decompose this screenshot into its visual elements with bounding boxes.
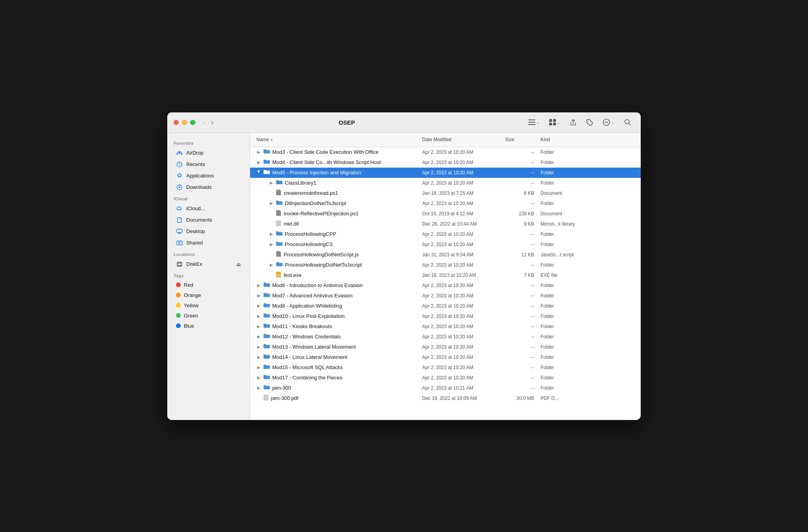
file-type-icon (276, 261, 282, 268)
file-kind: Folder (541, 170, 634, 175)
sidebar-item-downloads[interactable]: Downloads (170, 182, 247, 193)
table-row[interactable]: ▶ Mod13 - Windows Lateral Movement Apr 2… (250, 342, 641, 352)
sidebar-item-red[interactable]: Red (170, 280, 247, 290)
table-row[interactable]: ▶ Mod10 - Linux Post-Exploitation Apr 2,… (250, 311, 641, 321)
name-column-header[interactable]: Name ▾ (256, 137, 422, 142)
sidebar-item-blue[interactable]: Blue (170, 321, 247, 331)
sidebar-item-orange[interactable]: Orange (170, 290, 247, 300)
share-button[interactable] (567, 117, 580, 127)
sidebar-item-yellow[interactable]: Yellow (170, 301, 247, 310)
recents-label: Recents (186, 161, 205, 167)
table-row[interactable]: createremotethread.ps1 Jan 18, 2023 at 7… (250, 188, 641, 198)
downloads-icon (176, 184, 183, 191)
file-date: Apr 2, 2023 at 10:20 AM (422, 293, 505, 299)
eject-button[interactable]: ⏏ (236, 261, 241, 267)
file-size: -- (505, 324, 541, 329)
sidebar-item-icloud[interactable]: iCloud... (170, 203, 247, 214)
red-label: Red (184, 282, 193, 288)
expand-arrow[interactable]: ▶ (256, 304, 261, 308)
file-name-cell: ▶ ClassLibrary1 (269, 179, 422, 186)
expand-arrow[interactable]: ▶ (256, 355, 261, 360)
sidebar-item-recents[interactable]: Recents (170, 159, 247, 170)
table-row[interactable]: ▶ Mod15 - Microsoft SQL Attacks Apr 2, 2… (250, 362, 641, 373)
table-row[interactable]: ▶ Mod3 - Client Side Code Execution With… (250, 147, 641, 157)
sidebar-item-green[interactable]: Green (170, 311, 247, 321)
expand-arrow[interactable]: ▶ (256, 160, 261, 165)
table-row[interactable]: ▶ pen-300 Apr 2, 2023 at 10:21 AM -- Fol… (250, 383, 641, 393)
file-date: Apr 2, 2023 at 10:20 AM (422, 262, 505, 268)
sidebar-item-diskex[interactable]: DiskEx ⏏ (170, 259, 247, 270)
more-button[interactable]: ⌄ (599, 117, 618, 128)
table-row[interactable]: ▶ Mod11 - Kiosks Breakouts Apr 2, 2023 a… (250, 321, 641, 332)
expand-arrow[interactable]: ▶ (269, 242, 274, 247)
date-column-header[interactable]: Date Modified (422, 137, 505, 142)
table-row[interactable]: ▶ Mod14 - Linux Lateral Movement Apr 2, … (250, 352, 641, 362)
file-name-cell: ▶ Mod13 - Windows Lateral Movement (256, 343, 422, 350)
toolbar-actions: ⌄ ⌄ (525, 117, 634, 128)
table-row[interactable]: ▶ ProcessHollowingCS Apr 2, 2023 at 10:2… (250, 239, 641, 250)
table-row[interactable]: ▶ ProcessHollowingCPP Apr 2, 2023 at 10:… (250, 229, 641, 239)
expand-arrow[interactable]: ▶ (269, 201, 274, 206)
file-size: 30.0 MB (505, 396, 541, 401)
column-header: Name ▾ Date Modified Size Kind (250, 133, 641, 147)
file-size: -- (505, 160, 541, 165)
file-size: -- (505, 170, 541, 175)
file-name: Mod8 - Application Whitelisting (272, 303, 342, 309)
file-type-icon (276, 189, 281, 197)
expand-arrow[interactable]: ▶ (256, 314, 261, 319)
table-row[interactable]: ▶ Mod8 - Application Whitelisting Apr 2,… (250, 301, 641, 311)
table-row[interactable]: pen-300.pdf Dec 19, 2022 at 10:09 AM 30.… (250, 393, 641, 403)
expand-arrow[interactable]: ▶ (269, 181, 274, 185)
airdrop-icon (176, 149, 183, 157)
expand-arrow[interactable]: ▶ (256, 365, 261, 370)
file-type-icon (264, 364, 270, 371)
sidebar-item-documents[interactable]: Documents (170, 215, 247, 226)
table-row[interactable]: ▶ ProcessHollowingDotNetToJscript Apr 2,… (250, 260, 641, 270)
sidebar-item-airdrop[interactable]: AirDrop (170, 147, 247, 159)
table-row[interactable]: ▶ Mod12 - Windows Credentials Apr 2, 202… (250, 332, 641, 342)
file-size: -- (505, 293, 541, 299)
table-row[interactable]: met.dll Dec 28, 2022 at 10:44 AM 9 KB Mi… (250, 219, 641, 229)
table-row[interactable]: ProcessHollowingDotNetScript.js Jan 31, … (250, 250, 641, 260)
sidebar-item-applications[interactable]: Applications (170, 170, 247, 181)
search-button[interactable] (621, 117, 634, 127)
table-row[interactable]: ▶ Mod5 - Process Injection and Migration… (250, 168, 641, 178)
main-content: Name ▾ Date Modified Size Kind ▶ Mod3 - … (250, 133, 641, 420)
table-row[interactable]: ▶ Mod6 - Introduction to Antivirus Evasi… (250, 280, 641, 291)
table-row[interactable]: EXE test.exe Jan 18, 2023 at 10:20 AM 7 … (250, 270, 641, 280)
expand-arrow[interactable]: ▶ (269, 232, 274, 237)
expand-arrow[interactable]: ▶ (256, 386, 261, 390)
file-name-cell: met.dll (269, 220, 422, 228)
file-kind: Folder (541, 355, 634, 360)
table-row[interactable]: ▶ ClassLibrary1 Apr 2, 2023 at 10:20 AM … (250, 178, 641, 188)
table-row[interactable]: Invoke-ReflectivePEInjection.ps1 Oct 15,… (250, 209, 641, 219)
expand-arrow[interactable]: ▶ (256, 283, 261, 288)
expand-arrow[interactable]: ▶ (256, 334, 261, 339)
kind-column-header[interactable]: Kind (541, 137, 634, 142)
collapse-arrow[interactable]: ▶ (256, 170, 261, 175)
tag-button[interactable] (583, 117, 596, 127)
documents-label: Documents (186, 217, 212, 223)
file-size: -- (505, 242, 541, 247)
table-row[interactable]: ▶ DllInjectionDotNetToJscript Apr 2, 202… (250, 198, 641, 209)
expand-arrow[interactable]: ▶ (256, 150, 261, 155)
expand-arrow[interactable]: ▶ (269, 263, 274, 267)
size-column-header[interactable]: Size (505, 137, 541, 142)
table-row[interactable]: ▶ Mod17 - Combining the Pieces Apr 2, 20… (250, 373, 641, 383)
table-row[interactable]: ▶ Mod4 - Client Side Co...ith Windows Sc… (250, 157, 641, 168)
sidebar-item-shared[interactable]: Shared (170, 237, 247, 248)
file-type-icon (264, 282, 270, 289)
file-type-icon (264, 169, 270, 176)
expand-arrow[interactable]: ▶ (256, 293, 261, 298)
sidebar-item-desktop[interactable]: Desktop (170, 226, 247, 237)
file-size: 9 KB (505, 221, 541, 227)
table-row[interactable]: ▶ Mod7 - Advanced Antivirus Evasion Apr … (250, 291, 641, 301)
view-list-button[interactable]: ⌄ (525, 118, 543, 127)
expand-arrow[interactable]: ▶ (256, 345, 261, 349)
expand-arrow[interactable]: ▶ (256, 375, 261, 380)
view-grid-button[interactable]: ⌄ (546, 118, 564, 127)
file-name-cell: ▶ Mod11 - Kiosks Breakouts (256, 323, 422, 330)
expand-arrow[interactable]: ▶ (256, 324, 261, 329)
titlebar: ‹ › OSEP ⌄ ⌄ (167, 112, 641, 133)
file-type-icon (276, 210, 281, 217)
